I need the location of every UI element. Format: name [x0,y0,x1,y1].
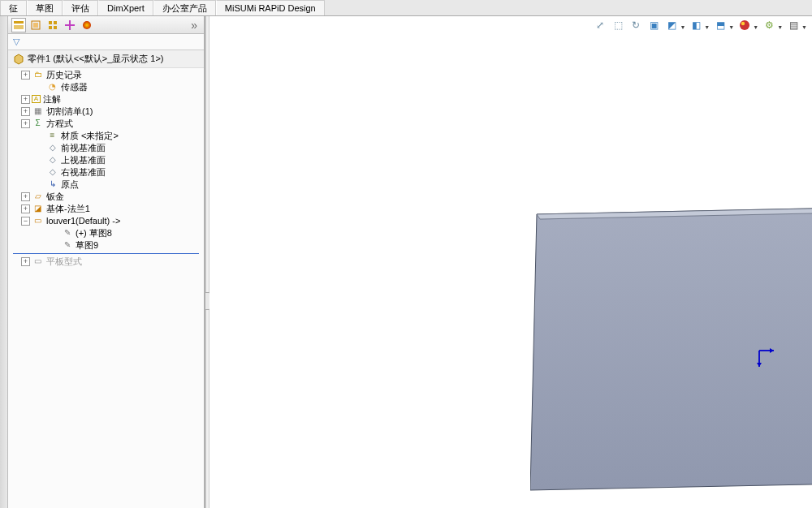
dropdown-icon[interactable]: ▼ [728,24,734,32]
graphics-viewport[interactable]: ⤢ ⬚ ↻ ▣ ◩ ▼ ◧ ▼ ⬒ ▼ ▼ ⚙ ▼ ▤ ▼ [209,16,812,508]
rotate-view-icon[interactable]: ↻ [628,18,643,32]
dimxpert-tab-icon[interactable] [63,18,77,32]
tree-sketch9[interactable]: ✎ 草图9 [8,239,204,252]
flange-icon: ◪ [32,204,44,214]
svg-rect-6 [49,26,52,29]
tab-feature-partial[interactable]: 征 [0,0,27,15]
filter-icon[interactable]: ▽ [13,37,19,47]
zoom-fit-icon[interactable]: ⤢ [593,18,607,32]
tree-label: 方程式 [46,118,73,129]
tab-office[interactable]: 办公室产品 [153,0,216,15]
tree-top-plane[interactable]: ◇ 上视基准面 [8,154,204,166]
tree-flatpattern[interactable]: + ▭ 平板型式 [8,256,204,268]
tree-louver[interactable]: − ▭ louver1(Default) -> [8,215,204,227]
view-orientation-icon[interactable]: ◩ [664,18,679,32]
dropdown-icon[interactable]: ▼ [680,24,685,32]
dropdown-icon[interactable]: ▼ [777,24,783,32]
svg-point-11 [740,20,749,30]
flatpattern-icon: ▭ [32,256,44,267]
material-icon: ≡ [46,131,58,141]
tree-label: (+) 草图8 [76,227,112,239]
origin-icon: ↳ [46,179,58,190]
tab-evaluate[interactable]: 评估 [63,0,98,15]
plane-icon: ◇ [46,143,58,153]
expander-icon[interactable]: + [21,119,30,128]
feature-manager-panel: » ▽ 零件1 (默认<<默认>_显示状态 1>) + 🗀 历史记录 ◔ 传感器 [8,16,205,508]
svg-rect-3 [33,23,38,28]
tree-separator [13,253,199,254]
configurationmanager-tab-icon[interactable] [45,18,60,32]
annotation-icon: A [32,95,41,103]
expander-icon[interactable]: + [21,107,30,116]
part-icon [13,54,24,65]
expander-icon[interactable]: + [21,95,30,104]
expander-icon[interactable]: + [21,192,30,201]
tree-right-plane[interactable]: ◇ 右视基准面 [8,166,204,179]
svg-rect-4 [49,21,52,24]
view-toolbar: ⤢ ⬚ ↻ ▣ ◩ ▼ ◧ ▼ ⬒ ▼ ▼ ⚙ ▼ ▤ ▼ [593,18,807,32]
tree-label: 注解 [43,93,61,105]
view-settings-icon[interactable]: ⚙ [762,18,776,32]
cutlist-icon: ▦ [32,106,44,117]
tree-cutlist[interactable]: + ▦ 切割清单(1) [8,105,204,118]
zoom-area-icon[interactable]: ⬚ [611,18,625,32]
tab-dimxpert[interactable]: DimXpert [98,0,153,15]
sketch-icon: ✎ [61,240,73,251]
scene-icon[interactable] [737,18,752,32]
tree-label: 传感器 [61,81,88,93]
perspective-icon[interactable]: ⬒ [713,18,728,32]
tab-sketch[interactable]: 草图 [27,0,63,15]
plane-icon: ◇ [46,167,58,178]
hide-show-icon[interactable]: ▤ [786,18,801,32]
tree-front-plane[interactable]: ◇ 前视基准面 [8,142,204,154]
svg-rect-5 [54,21,57,24]
tree-material[interactable]: ≡ 材质 <未指定> [8,130,204,142]
equation-icon: Σ [32,118,44,129]
svg-point-10 [83,21,91,29]
featuremanager-tab-icon[interactable] [11,18,26,32]
sheetmetal-icon: ▱ [32,192,44,202]
folder-icon: 🗀 [32,70,44,80]
panel-tab-strip: » [8,16,204,34]
tree-sensors[interactable]: ◔ 传感器 [8,81,204,93]
dropdown-icon[interactable]: ▼ [801,24,807,32]
filter-row: ▽ [8,34,204,50]
tree-label: 历史记录 [46,69,82,80]
tree-label: 平板型式 [46,256,82,267]
tree-label: 上视基准面 [61,154,106,166]
command-tabs: 征 草图 评估 DimXpert 办公室产品 MiSUMi RAPiD Desi… [0,0,812,16]
part-title[interactable]: 零件1 (默认<<默认>_显示状态 1>) [8,50,204,68]
display-style-icon[interactable]: ◧ [689,18,703,32]
svg-marker-13 [530,204,812,490]
tree-sheetmetal[interactable]: + ▱ 钣金 [8,191,204,203]
tree-history[interactable]: + 🗀 历史记录 [8,69,204,81]
tree-label: 原点 [61,179,79,190]
part-title-label: 零件1 (默认<<默认>_显示状态 1>) [28,53,164,65]
sketch-icon: ✎ [61,228,73,239]
tree-origin[interactable]: ↳ 原点 [8,179,204,191]
expander-icon[interactable]: − [21,217,30,226]
left-gutter [0,16,8,508]
model-3d [530,204,812,493]
propertymanager-tab-icon[interactable] [28,18,43,32]
plane-icon: ◇ [46,155,58,166]
svg-rect-0 [14,21,24,24]
render-tab-icon[interactable] [80,18,94,32]
section-view-icon[interactable]: ▣ [646,18,661,32]
panel-overflow-icon[interactable]: » [188,19,201,32]
tree-label: 钣金 [46,191,64,202]
louver-icon: ▭ [32,216,44,226]
dropdown-icon[interactable]: ▼ [704,24,710,32]
expander-icon[interactable]: + [21,71,30,80]
expander-icon[interactable]: + [21,204,30,213]
sheetmetal-part-svg [530,204,812,493]
feature-tree: + 🗀 历史记录 ◔ 传感器 + A 注解 + ▦ 切割清单(1) + [8,68,204,508]
dropdown-icon[interactable]: ▼ [753,24,758,32]
tree-annotations[interactable]: + A 注解 [8,93,204,105]
sensor-icon: ◔ [46,82,58,93]
tree-sketch8[interactable]: ✎ (+) 草图8 [8,227,204,239]
tree-baseflange[interactable]: + ◪ 基体-法兰1 [8,203,204,215]
tree-equations[interactable]: + Σ 方程式 [8,118,204,130]
tab-misumi[interactable]: MiSUMi RAPiD Design [216,0,325,15]
expander-icon[interactable]: + [21,257,30,266]
